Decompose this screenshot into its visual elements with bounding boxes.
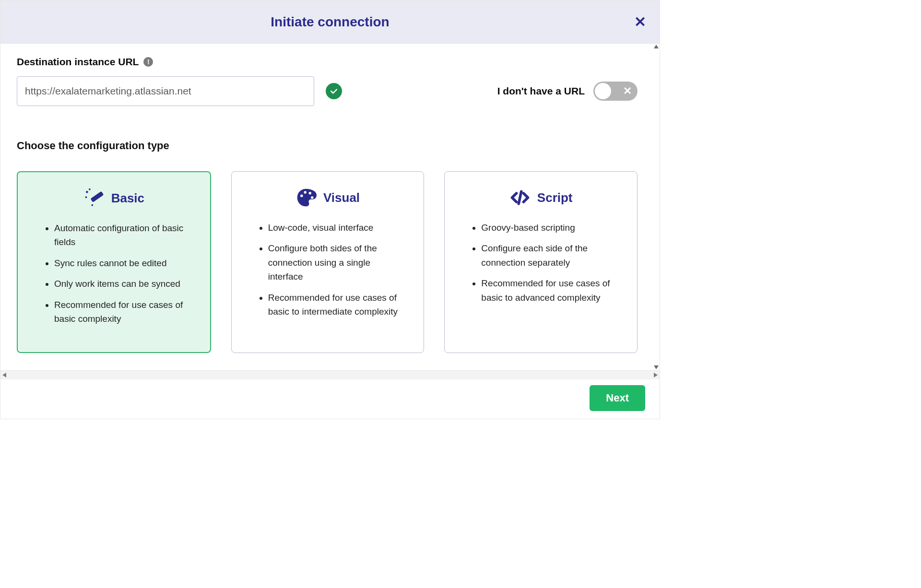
info-icon[interactable]: ! [143,57,153,67]
wand-icon [83,188,105,209]
list-item: Low-code, visual interface [268,221,407,235]
scroll-down-arrow-icon[interactable] [654,365,659,369]
card-bullets: Automatic configuration of basic fields … [31,221,197,326]
list-item: Only work items can be synced [54,277,193,291]
url-label-row: Destination instance URL ! [17,56,638,68]
url-label: Destination instance URL [17,56,139,68]
nourl-wrap: I don't have a URL ✕ [497,82,638,101]
list-item: Groovy-based scripting [481,221,620,235]
card-bullets: Low-code, visual interface Configure bot… [245,221,411,319]
modal-body: Destination instance URL ! I don't have … [0,44,654,370]
scroll-up-arrow-icon[interactable] [654,45,659,48]
list-item: Automatic configuration of basic fields [54,221,193,249]
list-item: Recommended for use cases of basic compl… [54,298,193,326]
svg-point-8 [311,196,314,199]
svg-point-1 [86,191,88,193]
modal-header: Initiate connection ✕ [0,0,660,44]
config-card-visual[interactable]: Visual Low-code, visual interface Config… [231,171,425,353]
list-item: Configure both sides of the connection u… [268,241,407,283]
card-head: Visual [245,187,411,208]
svg-line-9 [519,191,521,204]
card-bullets: Groovy-based scripting Configure each si… [458,221,624,305]
list-item: Configure each side of the connection se… [481,241,620,270]
scroll-right-arrow-icon[interactable] [654,373,658,377]
config-card-basic[interactable]: Basic Automatic configuration of basic f… [17,171,211,353]
list-item: Recommended for use cases of basic to in… [268,291,407,319]
card-title: Basic [111,191,144,206]
modal-body-wrap: Destination instance URL ! I don't have … [0,44,660,370]
svg-point-7 [308,192,311,195]
next-button[interactable]: Next [590,385,645,411]
config-section-title: Choose the configuration type [17,140,638,152]
nourl-label: I don't have a URL [497,85,585,97]
palette-icon [295,187,317,208]
close-button[interactable]: ✕ [634,15,646,29]
list-item: Sync rules cannot be edited [54,256,193,270]
initiate-connection-modal: Initiate connection ✕ Destination instan… [0,0,660,419]
config-card-script[interactable]: Script Groovy-based scripting Configure … [444,171,638,353]
card-head: Script [458,187,624,208]
card-head: Basic [31,188,197,209]
close-icon: ✕ [634,14,646,30]
config-cards: Basic Automatic configuration of basic f… [17,171,638,353]
svg-point-6 [304,191,307,194]
destination-url-input[interactable] [17,76,314,106]
card-title: Visual [323,190,360,205]
svg-point-3 [85,196,87,198]
toggle-x-icon: ✕ [623,86,632,96]
check-icon [326,83,342,99]
svg-point-2 [89,188,91,190]
toggle-knob [595,83,611,99]
modal-footer: Next [0,379,660,419]
nourl-toggle[interactable]: ✕ [593,82,638,101]
modal-title: Initiate connection [271,14,389,30]
svg-rect-0 [90,191,104,202]
code-icon [509,187,531,208]
url-row: I don't have a URL ✕ [17,76,638,106]
svg-point-5 [300,195,303,198]
modal-body-scroll[interactable]: Destination instance URL ! I don't have … [0,44,654,370]
horizontal-scrollbar[interactable] [0,370,660,379]
svg-point-4 [91,204,93,206]
vertical-scrollbar[interactable] [654,44,659,370]
list-item: Recommended for use cases of basic to ad… [481,276,620,305]
scroll-left-arrow-icon[interactable] [2,373,6,377]
card-title: Script [537,190,573,205]
